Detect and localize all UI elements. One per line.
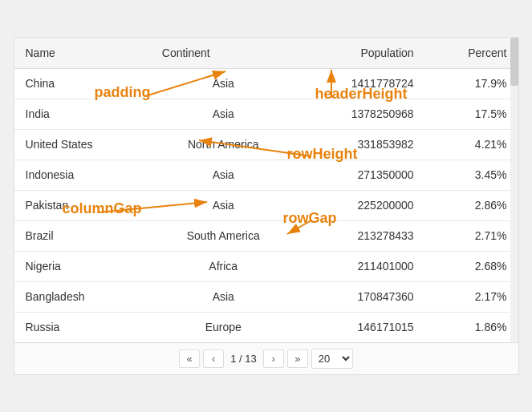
cell-population: 1411778724 — [296, 68, 425, 99]
first-page-button[interactable]: « — [179, 349, 200, 368]
last-page-button[interactable]: » — [287, 349, 308, 368]
cell-continent: Asia — [151, 190, 296, 220]
cell-population: 225200000 — [296, 190, 425, 220]
cell-name: Indonesia — [14, 160, 151, 190]
table-header-row: Name Continent Population Percent — [14, 38, 518, 68]
next-page-button[interactable]: › — [263, 349, 284, 368]
cell-percent: 2.17% — [425, 281, 518, 312]
column-header-percent: Percent — [425, 38, 518, 68]
cell-percent: 2.71% — [425, 220, 518, 251]
table-row: IndiaAsia137825096817.5% — [14, 99, 518, 129]
scrollbar-thumb[interactable] — [510, 38, 518, 86]
cell-continent: Europe — [151, 312, 296, 342]
column-header-name: Name — [14, 38, 151, 68]
table-wrapper: Name Continent Population Percent ChinaA… — [14, 38, 518, 342]
cell-name: India — [14, 99, 151, 129]
cell-name: Russia — [14, 312, 151, 342]
cell-population: 211401000 — [296, 251, 425, 281]
cell-percent: 17.9% — [425, 68, 518, 99]
cell-continent: Africa — [151, 251, 296, 281]
cell-continent: South America — [151, 220, 296, 251]
cell-population: 213278433 — [296, 220, 425, 251]
prev-page-button[interactable]: ‹ — [203, 349, 224, 368]
column-header-population: Population — [296, 38, 425, 68]
cell-continent: Asia — [151, 160, 296, 190]
cell-name: United States — [14, 129, 151, 160]
cell-name: Brazil — [14, 220, 151, 251]
cell-percent: 17.5% — [425, 99, 518, 129]
main-container: Name Continent Population Percent ChinaA… — [14, 37, 519, 375]
pagination-bar: « ‹ 1 / 13 › » 20 10 50 100 — [14, 342, 518, 374]
table-row: NigeriaAfrica2114010002.68% — [14, 251, 518, 281]
page-info: 1 / 13 — [227, 353, 260, 365]
cell-name: China — [14, 68, 151, 99]
table-body: ChinaAsia141177872417.9%IndiaAsia1378250… — [14, 68, 518, 342]
table-row: RussiaEurope1461710151.86% — [14, 312, 518, 342]
table-row: United StatesNorth America3318539824.21% — [14, 129, 518, 160]
table-row: BangladeshAsia1708473602.17% — [14, 281, 518, 312]
cell-percent: 2.68% — [425, 251, 518, 281]
cell-percent: 3.45% — [425, 160, 518, 190]
scrollbar-track[interactable] — [510, 38, 518, 342]
table-row: ChinaAsia141177872417.9% — [14, 68, 518, 99]
page-size-select[interactable]: 20 10 50 100 — [311, 349, 353, 369]
cell-name: Pakistan — [14, 190, 151, 220]
cell-continent: North America — [151, 129, 296, 160]
cell-name: Nigeria — [14, 251, 151, 281]
cell-continent: Asia — [151, 281, 296, 312]
cell-continent: Asia — [151, 99, 296, 129]
cell-percent: 4.21% — [425, 129, 518, 160]
table-row: IndonesiaAsia2713500003.45% — [14, 160, 518, 190]
cell-population: 271350000 — [296, 160, 425, 190]
cell-population: 146171015 — [296, 312, 425, 342]
cell-population: 331853982 — [296, 129, 425, 160]
table-row: PakistanAsia2252000002.86% — [14, 190, 518, 220]
table-row: BrazilSouth America2132784332.71% — [14, 220, 518, 251]
cell-continent: Asia — [151, 68, 296, 99]
column-header-continent: Continent — [151, 38, 296, 68]
cell-percent: 2.86% — [425, 190, 518, 220]
cell-population: 170847360 — [296, 281, 425, 312]
cell-name: Bangladesh — [14, 281, 151, 312]
cell-population: 1378250968 — [296, 99, 425, 129]
data-table: Name Continent Population Percent ChinaA… — [14, 38, 518, 342]
cell-percent: 1.86% — [425, 312, 518, 342]
